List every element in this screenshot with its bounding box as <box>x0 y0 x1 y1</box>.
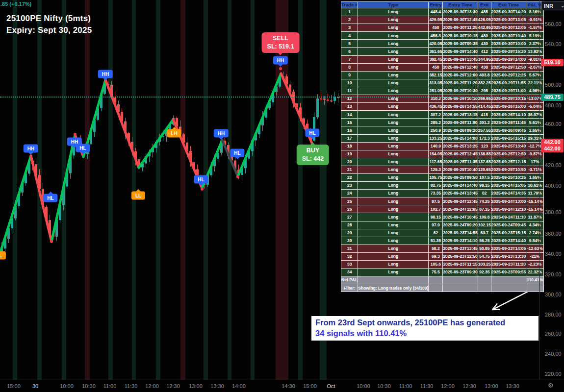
table-cell: 2025-09-29T12:50 <box>491 63 526 71</box>
table-cell: 2025-09-30T09:35 <box>443 40 478 48</box>
table-cell: 295 <box>478 87 491 95</box>
table-cell: 2025-09-25T09:50 <box>443 173 478 181</box>
candle <box>320 98 322 99</box>
session-band <box>156 0 160 380</box>
table-cell: 2025-09-23T13:45 <box>443 245 478 252</box>
table-cell: 2025-09-23T15:15 <box>491 229 526 237</box>
session-band <box>108 0 113 380</box>
table-cell: 2025-09-24T12:10 <box>491 205 526 213</box>
table-cell: 269.65 <box>478 95 491 103</box>
candle <box>330 100 333 101</box>
table-row: 14Long307.22025-09-26T13:154182025-09-26… <box>341 111 544 119</box>
session-band <box>298 0 303 380</box>
table-cell: 6 <box>341 48 358 55</box>
table-cell: 2025-09-30T10:40 <box>491 32 526 40</box>
time-tick-label: 30 <box>32 383 38 389</box>
table-cell: 82 <box>478 190 491 197</box>
table-cell: Long <box>358 221 429 229</box>
price-tag: 519.10 <box>541 59 564 66</box>
price-tick-label: 380.00 <box>545 209 562 215</box>
table-cell: 22 <box>341 173 358 181</box>
table-cell: 250.9 <box>429 126 443 134</box>
gear-icon[interactable]: ⚙ <box>548 382 554 389</box>
time-tick-label: 12:30 <box>166 383 180 389</box>
table-cell: 137.65 <box>478 158 491 166</box>
table-cell: 2025-09-29T10:15 <box>491 95 526 103</box>
table-cell: 2025-09-23T11:15 <box>443 261 478 269</box>
pivot-label-hh: HH <box>24 145 38 153</box>
currency-button[interactable]: INR ⌄ <box>541 1 564 10</box>
table-cell: 2025-09-30T10:00 <box>491 40 526 48</box>
time-tick-label: 14:30 <box>282 383 295 389</box>
table-cell: 382.25 <box>478 79 491 87</box>
table-cell: 74.25 <box>478 197 491 205</box>
table-cell: Long <box>358 142 429 150</box>
table-cell: Long <box>358 245 429 252</box>
table-cell: 2025-09-26T13:15 <box>443 111 478 119</box>
signal-action-label: BUY <box>302 147 324 155</box>
time-tick-label: 13:00 <box>485 383 498 389</box>
time-tick-label: 15:00 <box>7 383 21 389</box>
table-cell: Long <box>358 16 429 24</box>
table-cell: 2025-09-25T11:35 <box>443 158 478 166</box>
table-cell: Long <box>358 190 429 197</box>
table-cell: Long <box>358 48 429 55</box>
table-cell: 17 <box>341 134 358 142</box>
pivot-label-hh: HH <box>214 129 229 138</box>
chevron-down-icon: ⌄ <box>561 3 564 8</box>
table-row: 3Long4502025-09-30T11:25442.952025-09-30… <box>341 24 544 32</box>
table-cell: 172.3 <box>478 134 491 142</box>
chart-title: 25100PE Nifty (5mts) Expiry: Sept 30, 20… <box>6 13 92 36</box>
table-cell: 8 <box>341 63 358 71</box>
table-cell: 63.7 <box>478 229 491 237</box>
signal-box-buy: BUYSL: 442 <box>297 145 329 165</box>
table-cell: 2025-09-24T12:45 <box>443 197 478 205</box>
table-cell: 2025-09-25T12:50 <box>491 150 526 158</box>
time-axis[interactable]: ⚙ 15:003010:0010:3011:0011:3012:0012:301… <box>0 380 564 392</box>
table-cell: 9 <box>341 71 358 79</box>
table-cell: Long <box>358 8 429 16</box>
table-cell: 75.5 <box>429 269 443 276</box>
pivot-dot <box>74 133 77 136</box>
annotation-arrow-head <box>492 310 500 310</box>
table-cell: 2025-09-24T13:45 <box>443 190 478 197</box>
price-tick-label: 220.00 <box>545 371 562 377</box>
table-cell: 2025-09-30T12:05 <box>491 24 526 32</box>
price-tick-label: 480.00 <box>545 102 562 108</box>
annotation-line-1: From 23rd Sept onwards, 25100PE has gene… <box>315 317 535 328</box>
price-axis[interactable]: INR ⌄ 560.00540.00500.00480.00460.00420.… <box>539 0 564 380</box>
table-cell: 442.95 <box>478 24 491 32</box>
title-line-1: 25100PE Nifty (5mts) <box>6 13 92 24</box>
table-cell <box>491 276 526 284</box>
table-row: 16Long250.92025-09-26T09:20257.552025-09… <box>341 126 544 134</box>
table-cell: 51.35 <box>429 237 443 245</box>
pivot-label-ll: LL <box>131 192 145 200</box>
time-tick-label: 11:00 <box>103 383 117 389</box>
trade-history-table: Trade #TypeEntryEntry TimeExitExit TimeP… <box>341 1 544 292</box>
table-cell: 307.2 <box>429 111 443 119</box>
table-cell: 2025-09-23T14:40 <box>491 237 526 245</box>
table-cell: 2025-09-23T14:10 <box>443 237 478 245</box>
table-row: 22Long105.752025-09-25T09:50107.52025-09… <box>341 173 544 181</box>
table-cell: Long <box>358 252 429 260</box>
table-cell: 2025-09-25T10:50 <box>491 166 526 173</box>
table-cell <box>429 284 443 292</box>
table-cell: Long <box>358 87 429 95</box>
table-cell: 2025-09-23T09:30 <box>443 269 478 276</box>
table-row: 6Long361.652025-09-29T14:404122025-09-29… <box>341 48 544 55</box>
table-cell: Long <box>358 150 429 158</box>
table-cell: 125.3 <box>429 166 443 173</box>
table-cell: 120.65 <box>478 166 491 173</box>
table-row: 12Long310.22025-09-29T10:10269.652025-09… <box>341 95 544 103</box>
table-cell: Long <box>358 79 429 87</box>
table-row: 1Long448.42025-09-30T13:304852025-09-30T… <box>341 8 544 16</box>
table-cell: 105.6 <box>429 261 443 269</box>
session-band <box>85 0 90 380</box>
annotation-box: From 23rd Sept onwards, 25100PE has gene… <box>311 316 538 341</box>
table-cell: 382.45 <box>429 55 443 63</box>
table-cell: 438 <box>478 63 491 71</box>
table-cell: 2025-09-26T14:10 <box>491 111 526 119</box>
table-cell: 2025-09-29T12:25 <box>491 71 526 79</box>
table-cell: Long <box>358 119 429 126</box>
table-cell: 426.05 <box>478 16 491 24</box>
